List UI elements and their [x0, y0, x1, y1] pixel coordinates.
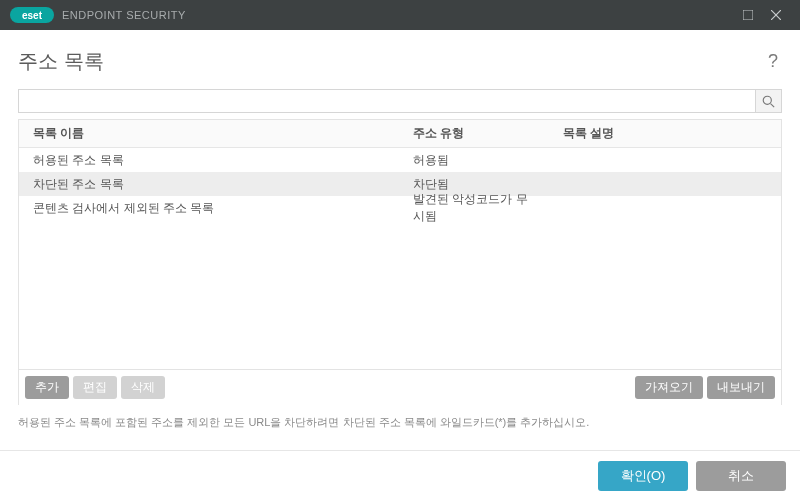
eset-logo: eset: [10, 7, 54, 23]
product-name: ENDPOINT SECURITY: [62, 9, 186, 21]
cell-name: 차단된 주소 목록: [19, 176, 399, 193]
table-header: 목록 이름 주소 유형 목록 설명: [19, 120, 781, 148]
cell-type: 허용됨: [399, 152, 549, 169]
export-button[interactable]: 내보내기: [707, 376, 775, 399]
svg-rect-2: [743, 10, 753, 20]
address-list-table: 목록 이름 주소 유형 목록 설명 허용된 주소 목록허용됨차단된 주소 목록차…: [18, 119, 782, 369]
import-button[interactable]: 가져오기: [635, 376, 703, 399]
titlebar: eset ENDPOINT SECURITY: [0, 0, 800, 30]
content: 주소 목록 ? 목록 이름 주소 유형 목록 설명 허용된 주소 목록허용됨차단…: [0, 30, 800, 430]
cell-name: 콘텐츠 검사에서 제외된 주소 목록: [19, 200, 399, 217]
page-title: 주소 목록: [18, 48, 104, 75]
svg-point-5: [763, 96, 771, 104]
minimize-button[interactable]: [734, 0, 762, 30]
search-input[interactable]: [19, 90, 755, 112]
search-wrap: [18, 89, 782, 113]
search-button[interactable]: [755, 90, 781, 112]
col-header-type[interactable]: 주소 유형: [399, 125, 549, 142]
table-row[interactable]: 허용된 주소 목록허용됨: [19, 148, 781, 172]
svg-line-6: [771, 103, 775, 107]
col-header-name[interactable]: 목록 이름: [19, 125, 399, 142]
table-body: 허용된 주소 목록허용됨차단된 주소 목록차단됨콘텐츠 검사에서 제외된 주소 …: [19, 148, 781, 220]
hint-text: 허용된 주소 목록에 포함된 주소를 제외한 모든 URL을 차단하려면 차단된…: [18, 415, 782, 430]
action-row: 추가 편집 삭제 가져오기 내보내기: [18, 369, 782, 405]
col-header-desc[interactable]: 목록 설명: [549, 125, 781, 142]
search-icon: [762, 95, 775, 108]
cell-type: 발견된 악성코드가 무시됨: [399, 191, 549, 225]
cancel-button[interactable]: 취소: [696, 461, 786, 491]
cell-type: 차단됨: [399, 176, 549, 193]
close-button[interactable]: [762, 0, 790, 30]
add-button[interactable]: 추가: [25, 376, 69, 399]
footer: 확인(O) 취소: [0, 450, 800, 500]
help-button[interactable]: ?: [764, 51, 782, 72]
table-row[interactable]: 콘텐츠 검사에서 제외된 주소 목록발견된 악성코드가 무시됨: [19, 196, 781, 220]
cell-name: 허용된 주소 목록: [19, 152, 399, 169]
svg-text:eset: eset: [22, 10, 43, 21]
delete-button[interactable]: 삭제: [121, 376, 165, 399]
edit-button[interactable]: 편집: [73, 376, 117, 399]
ok-button[interactable]: 확인(O): [598, 461, 688, 491]
